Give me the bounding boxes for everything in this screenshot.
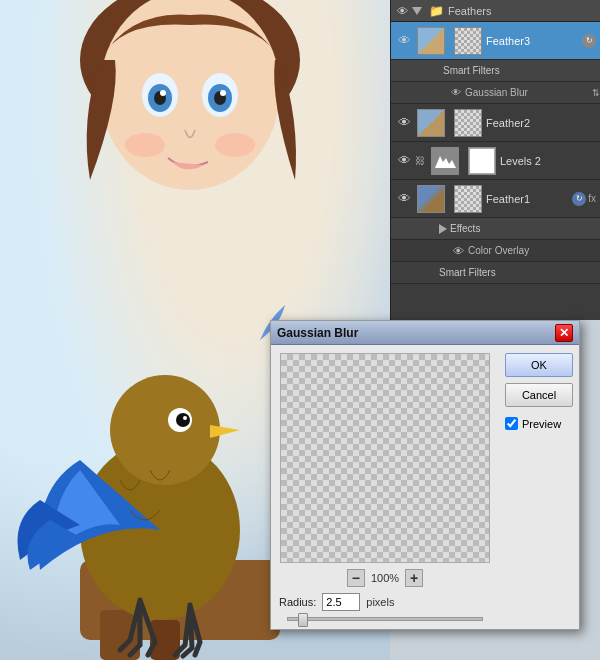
preview-checkbox[interactable] — [505, 417, 518, 430]
eye-icon-feather1[interactable]: 👁 — [395, 190, 413, 208]
effects-row: Effects — [391, 218, 600, 240]
thumb-mask-feather1 — [454, 185, 482, 213]
blur-arrow: ⇅ — [592, 88, 600, 98]
layer-row-feather1[interactable]: 👁 Feather1 ↻ fx — [391, 180, 600, 218]
smart-filters-label-2: Smart Filters — [439, 267, 496, 278]
layer-name-feather1: Feather1 — [486, 193, 570, 205]
group-name-label: Feathers — [448, 5, 491, 17]
thumb-feather1 — [417, 185, 445, 213]
eye-icon-feather2[interactable]: 👁 — [395, 114, 413, 132]
preview-checkbox-row: Preview — [505, 417, 573, 430]
folder-icon: 📁 — [429, 4, 444, 18]
thumb-levels2 — [431, 147, 459, 175]
effects-triangle — [439, 224, 447, 234]
badge-feather3: ↻ — [582, 34, 596, 48]
svg-point-16 — [110, 375, 220, 485]
zoom-in-button[interactable]: + — [405, 569, 423, 587]
thumb-mask-feather2 — [454, 109, 482, 137]
dialog-preview-area: − 100% + Radius: pixels — [271, 345, 499, 629]
eye-icon-levels2[interactable]: 👁 — [395, 152, 413, 170]
svg-point-19 — [183, 416, 187, 420]
zoom-controls: − 100% + — [347, 569, 423, 587]
svg-point-9 — [220, 90, 226, 96]
preview-label: Preview — [522, 418, 561, 430]
color-overlay-row[interactable]: 👁 Color Overlay — [391, 240, 600, 262]
layer-name-feather3: Feather3 — [486, 35, 580, 47]
preview-canvas[interactable] — [280, 353, 490, 563]
eye-icon: 👁 — [397, 5, 408, 17]
fx-label-feather1: fx — [588, 193, 596, 204]
zoom-value-label: 100% — [371, 572, 399, 584]
thumb-mask-levels2 — [468, 147, 496, 175]
svg-point-1 — [100, 0, 280, 190]
dialog-close-button[interactable]: ✕ — [555, 324, 573, 342]
effects-label: Effects — [450, 223, 480, 234]
svg-point-8 — [160, 90, 166, 96]
radius-slider-track[interactable] — [287, 617, 483, 621]
gaussian-blur-label: Gaussian Blur — [465, 87, 528, 98]
dialog-titlebar: Gaussian Blur ✕ — [271, 321, 579, 345]
radius-slider-container — [279, 617, 491, 621]
color-overlay-label: Color Overlay — [468, 245, 529, 256]
badge-feather1: ↻ — [572, 192, 586, 206]
dialog-body: − 100% + Radius: pixels OK — [271, 345, 579, 629]
svg-point-10 — [125, 133, 165, 157]
smart-filters-row-feather3: Smart Filters — [391, 60, 600, 82]
radius-row: Radius: pixels — [279, 593, 491, 611]
layer-row-levels2[interactable]: 👁 ⛓ Levels 2 — [391, 142, 600, 180]
gaussian-blur-dialog: Gaussian Blur ✕ − 100% + Radius: pixels — [270, 320, 580, 630]
layer-row-feather2[interactable]: 👁 Feather2 — [391, 104, 600, 142]
ok-button[interactable]: OK — [505, 353, 573, 377]
svg-point-11 — [215, 133, 255, 157]
thumb-feather3 — [417, 27, 445, 55]
dialog-title-label: Gaussian Blur — [277, 326, 358, 340]
smartfilter-label: Smart Filters — [443, 65, 500, 76]
cancel-button[interactable]: Cancel — [505, 383, 573, 407]
blur-icon: 👁 — [451, 87, 461, 98]
zoom-out-button[interactable]: − — [347, 569, 365, 587]
thumb-mask-feather3 — [454, 27, 482, 55]
layer-name-feather2: Feather2 — [486, 117, 596, 129]
chain-icon-levels2: ⛓ — [415, 155, 425, 166]
radius-unit-label: pixels — [366, 596, 394, 608]
svg-point-18 — [176, 413, 190, 427]
layers-group-header[interactable]: 👁 📁 Feathers — [391, 0, 600, 22]
thumb-feather2 — [417, 109, 445, 137]
eye-icon-feather3[interactable]: 👁 — [395, 32, 413, 50]
radius-input[interactable] — [322, 593, 360, 611]
radius-slider-thumb[interactable] — [298, 613, 308, 627]
gaussian-blur-row[interactable]: 👁 Gaussian Blur ⇅ — [391, 82, 600, 104]
eye-icon-overlay: 👁 — [453, 245, 464, 257]
smart-filters-row-feather1: Smart Filters — [391, 262, 600, 284]
layers-panel: 👁 📁 Feathers 👁 Feather3 ↻ Smart Filters … — [390, 0, 600, 320]
layer-name-levels2: Levels 2 — [500, 155, 596, 167]
radius-label: Radius: — [279, 596, 316, 608]
triangle-icon — [412, 7, 422, 15]
dialog-buttons-panel: OK Cancel Preview — [499, 345, 579, 629]
layer-row-feather3[interactable]: 👁 Feather3 ↻ — [391, 22, 600, 60]
